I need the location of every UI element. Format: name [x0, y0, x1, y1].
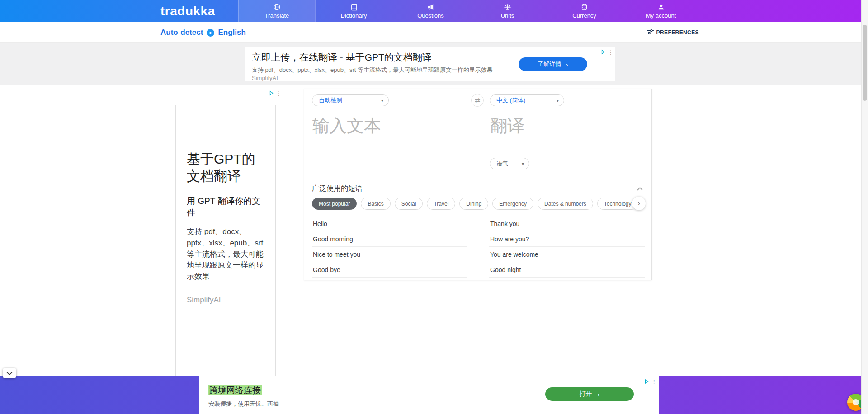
- caret-down-icon: ▾: [381, 98, 383, 103]
- side-ad-advertiser: SimplifyAI: [187, 296, 264, 305]
- nav-item-units[interactable]: Units: [469, 0, 546, 22]
- bottom-ad-strip: 跨境网络连接 安装便捷，使用无忧。西柚 打开 › ⋮: [0, 376, 861, 414]
- coins-icon: [580, 3, 588, 11]
- nav-item-dictionary[interactable]: Dictionary: [315, 0, 392, 22]
- top-ad-badges: ⋮: [600, 48, 613, 56]
- translate-globe-icon: [273, 3, 281, 11]
- nav-item-my-account[interactable]: My account: [623, 0, 699, 22]
- phrase-item[interactable]: Thank you: [489, 216, 645, 231]
- page-scrollbar: [861, 0, 868, 414]
- preferences-button[interactable]: PREFERENCES: [647, 22, 699, 43]
- source-placeholder: 输入文本: [312, 114, 381, 137]
- phrase-column-right: Thank you How are you? You are welcome G…: [489, 216, 645, 278]
- phrase-item[interactable]: How are you?: [489, 231, 645, 247]
- bottom-ad-cta-button[interactable]: 打开 ›: [545, 387, 634, 401]
- top-ad-cta-button[interactable]: 了解详情 ›: [519, 57, 587, 71]
- dictionary-book-icon: [350, 3, 358, 11]
- source-text-input[interactable]: 输入文本: [304, 109, 478, 177]
- phrase-item[interactable]: Good morning: [312, 231, 467, 247]
- nav-label: Translate: [265, 12, 289, 19]
- side-ad-card: 基于GPT的文档翻译 用 GPT 翻译你的文件 支持 pdf、docx、pptx…: [175, 105, 276, 379]
- megaphone-icon: [427, 3, 434, 11]
- tab-most-popular[interactable]: Most popular: [312, 198, 357, 210]
- phrases-title: 广泛使用的短语: [312, 184, 363, 193]
- chevron-right-icon: ›: [566, 61, 568, 68]
- phrase-column-left: Hello Good morning Nice to meet you Good…: [312, 216, 467, 278]
- person-icon: [657, 3, 665, 11]
- collapse-phrases-button[interactable]: [635, 185, 645, 193]
- nav-label: Questions: [417, 12, 444, 19]
- tone-selector[interactable]: 语气 ▾: [490, 158, 529, 169]
- phrase-category-tabs: Most popular Basics Social Travel Dining…: [312, 198, 638, 210]
- source-language-selector[interactable]: 自动检测 ▾: [312, 94, 389, 106]
- nav-label: Units: [501, 12, 514, 19]
- bottom-ad-title: 跨境网络连接: [208, 385, 262, 395]
- nav-label: Currency: [572, 12, 596, 19]
- section-divider: [304, 177, 651, 177]
- nav-item-translate[interactable]: Translate: [238, 0, 315, 22]
- phrase-item[interactable]: You are welcome: [489, 247, 645, 262]
- top-ad-band: 立即上传，在线翻译 - 基于GPT的文档翻译 支持 pdf、docx、pptx、…: [0, 43, 861, 85]
- target-placeholder: 翻译: [490, 114, 524, 137]
- side-ad: ⋮ 基于GPT的文档翻译 用 GPT 翻译你的文件 支持 pdf、docx、pp…: [169, 89, 283, 382]
- ad-menu-dots-icon[interactable]: ⋮: [276, 91, 282, 96]
- side-ad-subtitle: 用 GPT 翻译你的文件: [187, 195, 264, 218]
- top-ad: 立即上传，在线翻译 - 基于GPT的文档翻译 支持 pdf、docx、pptx、…: [245, 47, 615, 81]
- tab-dates-numbers[interactable]: Dates & numbers: [538, 198, 593, 210]
- target-language-link[interactable]: English: [218, 28, 245, 37]
- swap-languages-button[interactable]: ⇄: [471, 94, 484, 107]
- phrase-item[interactable]: Nice to meet you: [312, 247, 467, 262]
- tab-basics[interactable]: Basics: [361, 198, 390, 210]
- preferences-label: PREFERENCES: [656, 29, 699, 36]
- bottom-ad-badges: ⋮: [644, 378, 657, 386]
- ad-menu-dots-icon[interactable]: ⋮: [651, 379, 657, 385]
- phrases-header: 广泛使用的短语: [312, 184, 645, 193]
- source-language-link[interactable]: Auto-detect: [160, 28, 203, 37]
- translator-card: 自动检测 ▾ ⇄ 中文 (简体) ▾ 输入文本 翻译 语气 ▾ 广泛使用的短语 …: [304, 89, 652, 280]
- tab-social[interactable]: Social: [395, 198, 423, 210]
- bottom-ad: 跨境网络连接 安装便捷，使用无忧。西柚 打开 › ⋮: [199, 376, 659, 414]
- ad-menu-dots-icon[interactable]: ⋮: [608, 50, 613, 55]
- bottom-ad-body: 安装便捷，使用无忧。西柚: [208, 400, 650, 408]
- collapse-page-button[interactable]: [3, 368, 16, 378]
- language-breadcrumb-bar: Auto-detect ▶ English PREFERENCES: [0, 22, 861, 43]
- side-ad-badges: ⋮: [269, 89, 282, 98]
- tab-emergency[interactable]: Emergency: [492, 198, 533, 210]
- adchoices-icon[interactable]: [644, 378, 649, 386]
- top-navbar: tradukka Translate Dictionary Questions: [0, 0, 868, 22]
- nav-item-currency[interactable]: Currency: [546, 0, 623, 22]
- caret-down-icon: ▾: [557, 98, 559, 103]
- scale-icon: [504, 3, 511, 11]
- phrase-item[interactable]: Good bye: [312, 262, 467, 278]
- phrase-item[interactable]: Good night: [489, 262, 645, 278]
- scrollbar-thumb[interactable]: [863, 25, 867, 101]
- phrase-list: Hello Good morning Nice to meet you Good…: [312, 216, 645, 278]
- nav-label: Dictionary: [341, 12, 367, 19]
- side-ad-body: 支持 pdf、docx、pptx、xlsx、epub、srt 等主流格式，最大可…: [187, 226, 264, 282]
- page: tradukka Translate Dictionary Questions: [0, 0, 868, 414]
- phrase-item[interactable]: Hello: [312, 216, 467, 231]
- tabs-scroll-next-button[interactable]: ›: [632, 197, 646, 210]
- tab-dining[interactable]: Dining: [459, 198, 488, 210]
- nav-label: My account: [646, 12, 676, 19]
- direction-arrow-icon: ▶: [207, 29, 214, 37]
- adchoices-icon[interactable]: [600, 48, 606, 56]
- chevron-right-icon: ›: [598, 391, 600, 398]
- sliders-icon: [647, 29, 654, 36]
- logo[interactable]: tradukka: [160, 0, 215, 22]
- tab-travel[interactable]: Travel: [427, 198, 455, 210]
- language-pair: Auto-detect ▶ English: [160, 22, 246, 43]
- chevron-right-icon: ›: [637, 199, 640, 208]
- nav-item-questions[interactable]: Questions: [392, 0, 469, 22]
- caret-down-icon: ▾: [522, 161, 524, 166]
- swap-icon: ⇄: [475, 96, 481, 104]
- target-language-selector[interactable]: 中文 (简体) ▾: [490, 94, 564, 106]
- top-ad-advertiser: SimplifyAI: [252, 75, 609, 81]
- adchoices-icon[interactable]: [269, 89, 274, 98]
- side-ad-title: 基于GPT的文档翻译: [187, 151, 264, 184]
- main-nav: Translate Dictionary Questions Units: [238, 0, 699, 22]
